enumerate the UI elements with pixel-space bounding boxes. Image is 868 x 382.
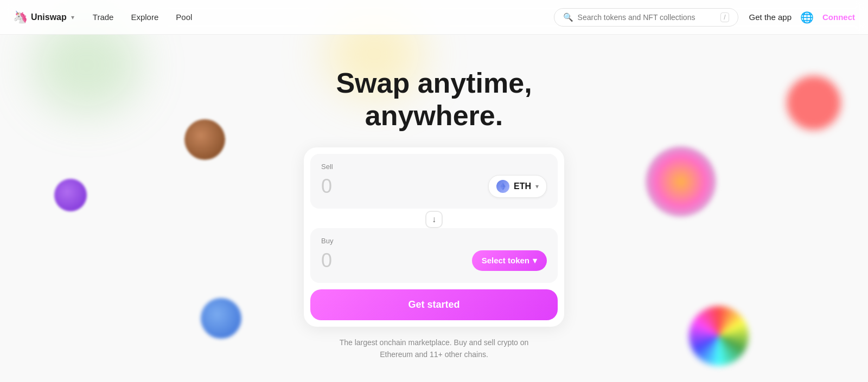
get-app-button[interactable]: Get the app [749, 12, 792, 22]
logo-chevron-icon: ▾ [71, 14, 74, 21]
buy-amount[interactable]: 0 [321, 249, 332, 272]
search-shortcut: / [720, 12, 729, 22]
select-token-chevron-icon: ▾ [533, 256, 537, 266]
hero-title: Swap anytime, anywhere. [336, 67, 532, 132]
uniswap-logo-icon: 🦄 [13, 10, 28, 24]
get-started-button[interactable]: Get started [310, 289, 558, 320]
search-input[interactable] [578, 13, 717, 22]
hero-title-line1: Swap anytime, [336, 67, 532, 99]
navbar: 🦄 Uniswap ▾ Trade Explore Pool 🔍 / Get t… [0, 0, 868, 35]
hero-title-line2: anywhere. [365, 100, 503, 131]
token-chevron-icon: ▾ [535, 183, 539, 190]
nav-right: Get the app 🌐 Connect [749, 11, 855, 24]
select-token-label: Select token [482, 256, 529, 265]
eth-token-selector[interactable]: ETH ▾ [488, 175, 547, 198]
swap-arrow-container: ↓ [310, 211, 558, 228]
buy-section: Buy 0 Select token ▾ [310, 228, 558, 283]
sell-amount[interactable]: 0 [321, 175, 332, 198]
uniswap-logo-text: Uniswap [31, 12, 67, 22]
nav-explore[interactable]: Explore [123, 8, 166, 26]
sell-section: Sell 0 ETH ▾ [310, 154, 558, 209]
nav-pool[interactable]: Pool [168, 8, 200, 26]
swap-direction-button[interactable]: ↓ [425, 211, 443, 228]
search-icon: 🔍 [563, 12, 573, 22]
buy-row: 0 Select token ▾ [321, 249, 547, 272]
nav-trade[interactable]: Trade [85, 8, 122, 26]
sell-label: Sell [321, 163, 547, 171]
globe-icon[interactable]: 🌐 [800, 11, 814, 24]
connect-button[interactable]: Connect [822, 12, 855, 22]
select-token-button[interactable]: Select token ▾ [472, 250, 547, 271]
eth-icon [496, 180, 509, 193]
swap-card: Sell 0 ETH ▾ [304, 147, 564, 327]
main-content: Swap anytime, anywhere. Sell 0 [0, 35, 868, 360]
search-bar: 🔍 / [554, 8, 738, 27]
nav-links: Trade Explore Pool [85, 8, 200, 26]
sell-row: 0 ETH ▾ [321, 175, 547, 198]
hero-subtitle: The largest onchain marketplace. Buy and… [340, 336, 529, 361]
nav-logo[interactable]: 🦄 Uniswap ▾ [13, 10, 74, 24]
buy-label: Buy [321, 237, 547, 245]
token-eth-name: ETH [514, 182, 531, 191]
